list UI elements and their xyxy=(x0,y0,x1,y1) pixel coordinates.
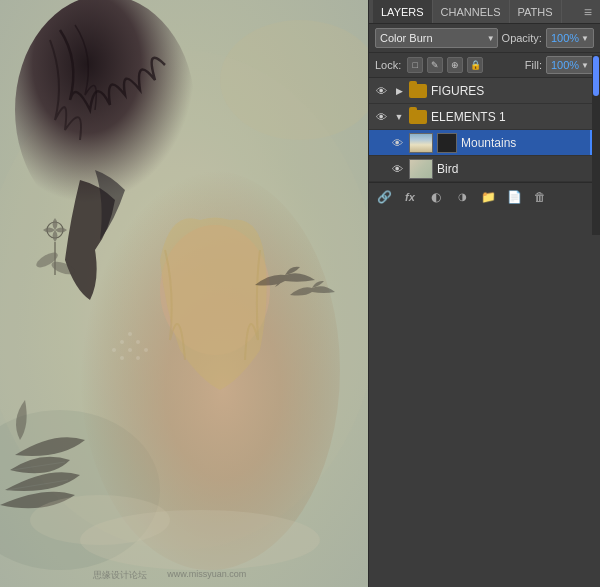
fill-section: Fill: 100% xyxy=(525,56,594,74)
visibility-toggle-mountains[interactable]: 👁 xyxy=(389,135,405,151)
expand-toggle-figures[interactable]: ▶ xyxy=(393,85,405,97)
panel-tabs-bar: LAYERS CHANNELS PATHS ≡ xyxy=(369,0,600,24)
folder-icon-elements1 xyxy=(409,110,427,124)
adjustment-layer-button[interactable]: ◑ xyxy=(451,186,473,208)
fill-value: 100% xyxy=(551,59,579,71)
svg-point-18 xyxy=(120,356,124,360)
opacity-row: Opacity: 100% xyxy=(502,28,594,48)
svg-point-20 xyxy=(112,348,116,352)
tab-channels[interactable]: CHANNELS xyxy=(433,0,510,23)
layer-name-mountains: Mountains xyxy=(461,136,586,150)
lock-label: Lock: xyxy=(375,59,401,71)
lock-paint-icon[interactable]: ✎ xyxy=(427,57,443,73)
layer-figures-group[interactable]: 👁 ▶ FIGURES xyxy=(369,78,600,104)
layers-panel: LAYERS CHANNELS PATHS ≡ Color Burn Norma… xyxy=(368,0,600,587)
lock-move-icon[interactable]: ⊕ xyxy=(447,57,463,73)
visibility-toggle-bird[interactable]: 👁 xyxy=(389,161,405,177)
layer-mountains[interactable]: 👁 Mountains xyxy=(369,130,600,156)
panel-scrollbar-thumb[interactable] xyxy=(593,56,599,96)
expand-toggle-elements1[interactable]: ▼ xyxy=(393,111,405,123)
blend-mode-select[interactable]: Color Burn Normal Multiply Screen Overla… xyxy=(375,28,498,48)
panel-menu-button[interactable]: ≡ xyxy=(580,4,596,20)
fill-label: Fill: xyxy=(525,59,542,71)
svg-point-19 xyxy=(144,348,148,352)
svg-point-17 xyxy=(136,356,140,360)
svg-point-22 xyxy=(30,495,170,545)
link-layers-button[interactable]: 🔗 xyxy=(373,186,395,208)
lock-fill-row: Lock: □ ✎ ⊕ 🔒 Fill: 100% xyxy=(369,53,600,78)
svg-point-14 xyxy=(136,340,140,344)
layer-name-figures: FIGURES xyxy=(431,84,596,98)
tab-paths[interactable]: PATHS xyxy=(510,0,562,23)
new-layer-button[interactable]: 📄 xyxy=(503,186,525,208)
folder-icon-figures xyxy=(409,84,427,98)
svg-point-13 xyxy=(128,348,132,352)
svg-point-15 xyxy=(120,340,124,344)
opacity-label: Opacity: xyxy=(502,32,542,44)
layer-mask-mountains xyxy=(437,133,457,153)
opacity-value: 100% xyxy=(551,32,579,44)
lock-all-icon[interactable]: 🔒 xyxy=(467,57,483,73)
canvas-area: 思缘设计论坛 www.missyuan.com xyxy=(0,0,370,587)
visibility-toggle-figures[interactable]: 👁 xyxy=(373,83,389,99)
watermark-1: 思缘设计论坛 xyxy=(93,569,147,582)
canvas-art xyxy=(0,0,370,587)
layer-name-elements1: ELEMENTS 1 xyxy=(431,110,596,124)
layer-effects-button[interactable]: fx xyxy=(399,186,421,208)
layer-group-button[interactable]: 📁 xyxy=(477,186,499,208)
lock-icons: □ ✎ ⊕ 🔒 xyxy=(407,57,483,73)
lock-pixels-icon[interactable]: □ xyxy=(407,57,423,73)
tab-layers[interactable]: LAYERS xyxy=(373,0,433,23)
delete-layer-button[interactable]: 🗑 xyxy=(529,186,551,208)
layer-elements1-group[interactable]: 👁 ▼ ELEMENTS 1 xyxy=(369,104,600,130)
layer-list: 👁 ▶ FIGURES 👁 ▼ ELEMENTS 1 👁 Mountains 👁 xyxy=(369,78,600,182)
layer-mask-button[interactable]: ◐ xyxy=(425,186,447,208)
watermark-2: www.missyuan.com xyxy=(167,569,246,582)
visibility-toggle-elements1[interactable]: 👁 xyxy=(373,109,389,125)
blend-mode-select-wrapper[interactable]: Color Burn Normal Multiply Screen Overla… xyxy=(375,28,498,48)
svg-point-16 xyxy=(128,332,132,336)
layer-thumb-mountains xyxy=(409,133,433,153)
layer-bird[interactable]: 👁 Bird xyxy=(369,156,600,182)
watermarks: 思缘设计论坛 www.missyuan.com xyxy=(93,569,246,582)
layer-thumb-bird xyxy=(409,159,433,179)
panel-bottom-toolbar: 🔗 fx ◐ ◑ 📁 📄 🗑 xyxy=(369,182,600,210)
blend-mode-row: Color Burn Normal Multiply Screen Overla… xyxy=(369,24,600,53)
opacity-input[interactable]: 100% xyxy=(546,28,594,48)
fill-input[interactable]: 100% xyxy=(546,56,594,74)
panel-scrollbar[interactable] xyxy=(592,55,600,235)
layer-name-bird: Bird xyxy=(437,162,596,176)
